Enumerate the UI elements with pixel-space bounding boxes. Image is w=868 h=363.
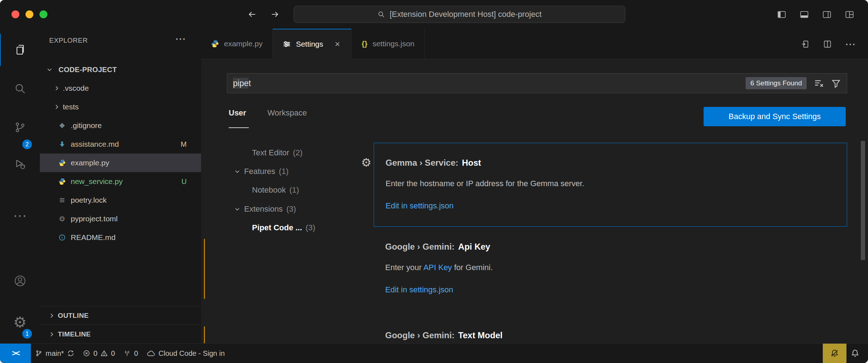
- filter-icon[interactable]: [831, 78, 841, 88]
- explorer-item-readme-md[interactable]: README.md: [40, 228, 201, 247]
- cloud-code-status[interactable]: Cloud Code - Sign in: [143, 344, 229, 363]
- ports-count: 0: [134, 349, 138, 358]
- explorer-item-tests[interactable]: tests: [40, 98, 201, 116]
- close-window-button[interactable]: [11, 10, 19, 18]
- timeline-section[interactable]: TIMELINE: [40, 325, 201, 343]
- customize-layout-icon[interactable]: [845, 10, 854, 21]
- more-views-activity-button[interactable]: ⋯: [0, 199, 40, 232]
- account-icon: [14, 274, 27, 287]
- results-count-badge: 6 Settings Found: [746, 77, 807, 89]
- error-icon: [83, 350, 90, 357]
- bell-icon: [851, 349, 859, 358]
- toc-item-text-editor[interactable]: Text Editor (2): [252, 143, 303, 162]
- toc-count: (3): [305, 223, 315, 232]
- toc-count: (3): [286, 204, 296, 214]
- explorer-sidebar: EXPLORER ⋯ CODE-PROJECT .vscode tests .g…: [40, 29, 201, 343]
- setting-name: Text Model: [458, 330, 503, 340]
- file-label: pyproject.toml: [71, 214, 118, 223]
- setting-gemma-service-host[interactable]: Gemma › Service:Host Enter the hostname …: [374, 143, 847, 227]
- info-file-icon: [58, 234, 66, 241]
- notifications-status[interactable]: [846, 344, 868, 363]
- toc-label: Extensions: [244, 204, 283, 214]
- explorer-root-folder[interactable]: CODE-PROJECT: [40, 60, 201, 79]
- settings-search-input[interactable]: pipet 6 Settings Found: [227, 73, 847, 93]
- explorer-item-vscode[interactable]: .vscode: [40, 79, 201, 98]
- edit-in-settings-json-link[interactable]: Edit in settings.json: [386, 201, 454, 211]
- toggle-primary-sidebar-icon[interactable]: [777, 10, 787, 21]
- search-activity-button[interactable]: [0, 72, 40, 105]
- tab-label: Settings: [296, 40, 323, 48]
- open-settings-json-icon[interactable]: [801, 39, 810, 49]
- gear-file-icon: ⚙: [58, 214, 66, 223]
- more-actions-icon[interactable]: ⋯: [845, 39, 856, 50]
- split-editor-icon[interactable]: [823, 39, 832, 49]
- zoom-window-button[interactable]: [39, 10, 47, 18]
- toc-item-extensions[interactable]: Extensions (3): [234, 200, 296, 218]
- accounts-activity-button[interactable]: [0, 265, 40, 297]
- editor-tab-bar: example.py Settings {} settings.json ⋯: [201, 29, 868, 59]
- toc-item-notebook[interactable]: Notebook (1): [252, 181, 299, 199]
- toc-count: (1): [289, 185, 299, 195]
- modified-indicator-bar: [204, 239, 205, 299]
- toggle-secondary-sidebar-icon[interactable]: [822, 10, 832, 21]
- toc-item-pipet-code[interactable]: Pipet Code ... (3): [252, 218, 315, 237]
- do-not-disturb-status[interactable]: [823, 344, 846, 363]
- settings-badge: 1: [22, 329, 32, 339]
- explorer-activity-button[interactable]: [0, 34, 40, 66]
- manage-settings-activity-button[interactable]: ⚙: [0, 306, 40, 339]
- explorer-item-example-py[interactable]: example.py: [40, 154, 201, 172]
- file-label: .vscode: [63, 84, 89, 93]
- root-folder-label: CODE-PROJECT: [59, 66, 117, 74]
- warning-icon: [101, 350, 108, 357]
- toc-label: Notebook: [252, 185, 286, 195]
- setting-category: Gemma › Service:: [386, 158, 458, 168]
- source-control-activity-button[interactable]: [0, 111, 40, 143]
- source-control-icon: [14, 121, 27, 134]
- explorer-item-pyproject-toml[interactable]: ⚙ pyproject.toml: [40, 209, 201, 228]
- scrollbar[interactable]: [861, 141, 865, 260]
- command-center[interactable]: [Extension Development Host] code-projec…: [294, 6, 625, 23]
- toc-item-features[interactable]: Features (1): [234, 162, 289, 181]
- setting-google-gemini-text-model[interactable]: Google › Gemini:Text Model: [374, 326, 847, 343]
- git-branch-icon: [35, 350, 42, 357]
- clear-filters-icon[interactable]: [814, 78, 824, 88]
- remote-indicator[interactable]: ><: [0, 344, 31, 363]
- outline-label: OUTLINE: [58, 312, 89, 320]
- tab-example-py[interactable]: example.py: [201, 29, 273, 59]
- edit-in-settings-json-link[interactable]: Edit in settings.json: [385, 284, 453, 295]
- explorer-more-actions-icon[interactable]: ⋯: [175, 32, 186, 45]
- back-icon[interactable]: [247, 9, 257, 21]
- cloud-code-label: Cloud Code - Sign in: [159, 349, 225, 358]
- modified-indicator-bar: [204, 326, 205, 343]
- toggle-panel-icon[interactable]: [799, 10, 809, 21]
- outline-section[interactable]: OUTLINE: [40, 306, 201, 325]
- tab-settings-json[interactable]: {} settings.json: [351, 29, 425, 59]
- status-bar: >< main* 0 0 0: [0, 343, 868, 363]
- search-icon: [377, 10, 385, 18]
- scope-tab-user-underline: [229, 127, 249, 128]
- git-branch-status[interactable]: main*: [31, 344, 79, 363]
- explorer-item-new-service-py[interactable]: new_service.py U: [40, 172, 201, 191]
- explorer-item-poetry-lock[interactable]: poetry.lock: [40, 191, 201, 209]
- close-tab-icon[interactable]: [334, 41, 341, 48]
- setting-description: Enter the hostname or IP address for the…: [386, 178, 835, 189]
- ports-status[interactable]: 0: [119, 344, 142, 363]
- scope-tab-workspace[interactable]: Workspace: [267, 108, 307, 118]
- scope-tab-user[interactable]: User: [229, 108, 246, 118]
- setting-actions-gear-icon[interactable]: ⚙: [361, 157, 372, 168]
- markdown-file-icon: [58, 141, 66, 148]
- tab-settings[interactable]: Settings: [273, 29, 351, 59]
- setting-description: Enter your: [385, 263, 423, 272]
- explorer-item-assistance-md[interactable]: assistance.md M: [40, 135, 201, 154]
- file-label: README.md: [71, 233, 116, 242]
- explorer-item-gitignore[interactable]: .gitignore: [40, 116, 201, 135]
- setting-google-gemini-api-key[interactable]: Google › Gemini:Api Key Enter your API K…: [374, 238, 847, 295]
- forward-icon[interactable]: [270, 9, 280, 21]
- run-debug-activity-button[interactable]: [0, 148, 40, 180]
- chevron-right-icon: [53, 85, 60, 91]
- api-key-link[interactable]: API Key: [423, 263, 452, 272]
- problems-status[interactable]: 0 0: [79, 344, 119, 363]
- backup-sync-settings-button[interactable]: Backup and Sync Settings: [704, 107, 846, 126]
- vscode-window: [Extension Development Host] code-projec…: [0, 0, 868, 363]
- minimize-window-button[interactable]: [25, 10, 33, 18]
